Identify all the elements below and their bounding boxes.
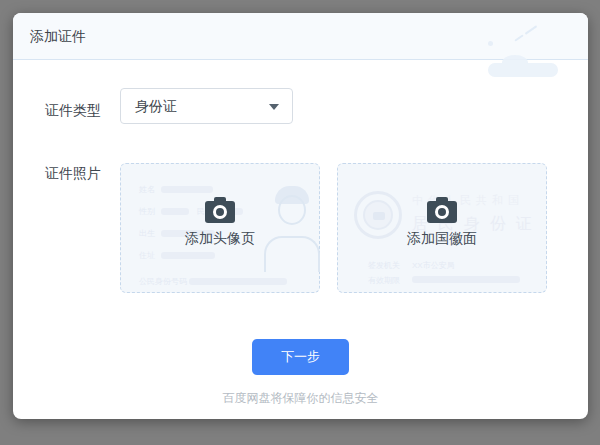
cloud-decoration — [488, 63, 558, 77]
camera-icon — [205, 201, 235, 223]
next-step-button[interactable]: 下一步 — [252, 339, 349, 375]
upload-front-side-area[interactable]: 姓名 性别 民族 出生 住址 公民身份号码 添加头像页 — [120, 163, 320, 293]
upload-front-overlay: 添加头像页 — [121, 160, 319, 288]
sparkle-decoration — [488, 41, 493, 46]
dialog-title: 添加证件 — [30, 13, 86, 59]
camera-icon — [427, 201, 457, 223]
upload-back-side-area[interactable]: 中华人民共和国 居民身份证 签发机关 XX市公安局 有效期限 添加国徽面 — [337, 163, 547, 293]
document-photo-label: 证件照片 — [45, 163, 101, 183]
security-note: 百度网盘将保障你的信息安全 — [13, 390, 588, 407]
upload-back-label: 添加国徽面 — [407, 230, 477, 248]
document-type-label: 证件类型 — [45, 92, 101, 128]
sparkle-decoration — [514, 34, 523, 41]
sparkle-decoration — [525, 25, 538, 35]
document-type-selected-value: 身份证 — [135, 89, 177, 123]
add-document-dialog: 添加证件 证件类型 身份证 证件照片 姓名 性别 民族 出生 住址 公民身份号码… — [13, 13, 588, 419]
chevron-down-icon — [269, 104, 279, 110]
dialog-header: 添加证件 — [13, 13, 588, 60]
upload-back-overlay: 添加国徽面 — [338, 160, 546, 288]
document-type-select[interactable]: 身份证 — [120, 88, 293, 124]
upload-front-label: 添加头像页 — [185, 230, 255, 248]
